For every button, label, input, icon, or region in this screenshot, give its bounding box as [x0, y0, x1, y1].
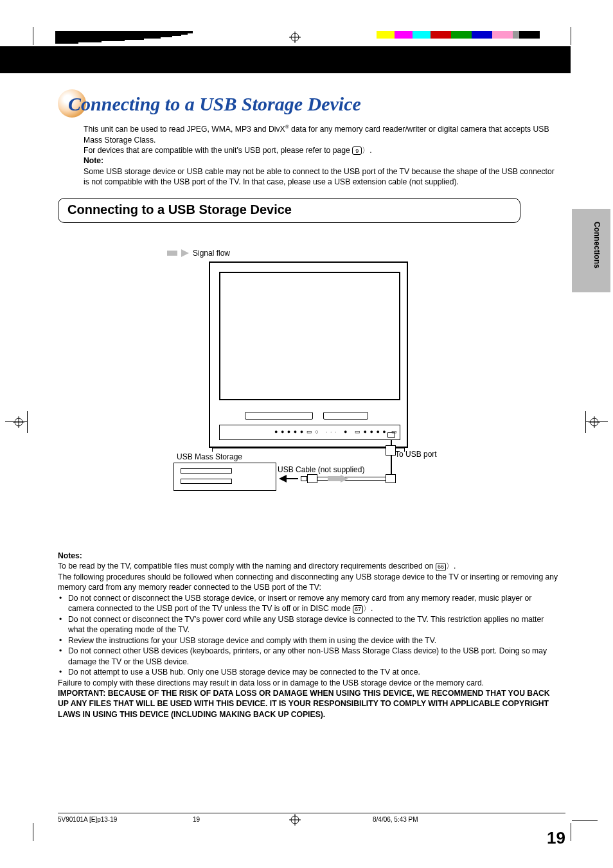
arrow-right-icon [181, 249, 189, 257]
usb-plug-tip-left [301, 476, 307, 481]
crop-mark [27, 411, 28, 433]
top-black-bar [0, 46, 571, 73]
crop-mark [33, 27, 33, 45]
section-heading-box: Connecting to a USB Storage Device [58, 198, 520, 223]
footer-doc: 5V90101A [E]p13-19 [58, 816, 193, 823]
footer-timestamp: 8/4/06, 5:43 PM [373, 816, 418, 823]
intro-line1a: This unit can be used to read JPEG, WMA,… [84, 125, 285, 134]
crop-mark [6, 47, 31, 48]
tv-illustration: ● ● ● ● ● ▭ ○ · · · ● ▭ ● ● ● ● ▭ [209, 261, 408, 448]
tv-screen [219, 272, 400, 400]
notes-p2: The following procedures should be follo… [58, 572, 559, 593]
notes-bullet-4: •Do not connect other USB devices (keybo… [58, 646, 559, 667]
registration-mark-icon [13, 416, 24, 428]
crop-mark [5, 421, 27, 422]
angle-bracket: 〉 [362, 146, 369, 155]
registration-mark-icon [589, 416, 600, 428]
flow-arrow-left [279, 475, 298, 483]
usb-connector-tv [386, 445, 396, 456]
page-content: Connecting to a USB Storage Device This … [58, 93, 565, 720]
connection-diagram: Signal flow ● ● ● ● ● ▭ ○ · · · ● ▭ ● ● … [58, 249, 565, 518]
section-heading: Connecting to a USB Storage Device [67, 202, 511, 217]
footer: 5V90101A [E]p13-19 19 8/4/06, 5:43 PM [58, 813, 565, 823]
to-usb-port-label: To USB port [395, 450, 437, 459]
pageref-66: 66 [436, 563, 446, 571]
notes-bullet-2: •Do not connect or disconnect the TV's p… [58, 614, 559, 635]
side-tab [572, 209, 610, 292]
page-title: Connecting to a USB Storage Device [58, 93, 565, 115]
crop-mark [571, 823, 571, 841]
notes-label: Notes: [58, 551, 559, 561]
usb-port-icon [387, 432, 395, 438]
page-number: 19 [547, 828, 565, 848]
notes-section: Notes: To be read by the TV, compatible … [58, 551, 559, 720]
crop-mark [586, 421, 608, 422]
usb-cable-label: USB Cable (not supplied) [278, 465, 364, 474]
tv-speaker-right [323, 412, 368, 420]
tv-stand [212, 448, 405, 452]
crop-mark [572, 820, 598, 821]
crop-mark [33, 823, 33, 841]
signal-flow-legend: Signal flow [167, 249, 230, 258]
usb-plug-right [386, 474, 396, 483]
note-text: Some USB storage device or USB cable may… [84, 167, 555, 186]
note-label: Note: [84, 156, 103, 165]
notes-p1: To be read by the TV, compatible files m… [58, 561, 559, 571]
side-tab-label: Connections [592, 222, 601, 269]
printer-color-bar [0, 31, 613, 44]
usb-mass-storage-device [173, 463, 276, 491]
panel-dots: ● ● ● ● ● ▭ ○ · · · ● ▭ ● ● ● ● ▭ [274, 429, 398, 435]
pageref-67: 67 [353, 605, 363, 614]
footer-page: 19 [193, 816, 373, 823]
notes-p3: Failure to comply with these directions … [58, 678, 559, 688]
notes-bullet-1: • Do not connect or disconnect the USB s… [58, 593, 559, 614]
flow-arrow-right [328, 475, 348, 483]
intro-text: This unit can be used to read JPEG, WMA,… [84, 124, 559, 188]
crop-mark [585, 411, 586, 433]
intro-line2a: For devices that are compatible with the… [84, 146, 352, 155]
important-warning: IMPORTANT: BECAUSE OF THE RISK OF DATA L… [58, 688, 559, 720]
usb-mass-storage-label: USB Mass Storage [177, 452, 242, 461]
tv-speaker-left [245, 412, 313, 420]
notes-bullet-5: •Do not attempt to use a USB hub. Only o… [58, 667, 559, 677]
registration-mark-icon [289, 31, 301, 43]
usb-plug-left [307, 474, 317, 483]
arrow-body-icon [167, 251, 177, 256]
signal-flow-label: Signal flow [193, 249, 230, 258]
crop-mark [571, 27, 571, 45]
notes-bullet-3: •Review the instructions for your USB st… [58, 635, 559, 646]
storage-slot [181, 468, 232, 474]
page-title-wrap: Connecting to a USB Storage Device [58, 93, 565, 119]
storage-slot [181, 479, 232, 484]
pageref-9: 9 [352, 146, 362, 155]
